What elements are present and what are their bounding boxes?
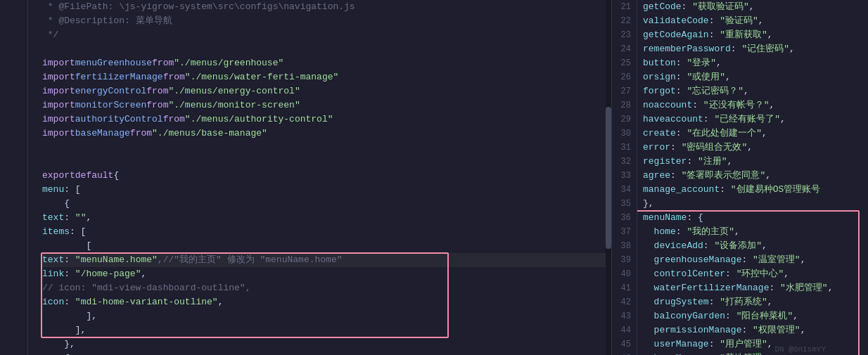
left-line-24: }, [42,337,606,351]
right-line-35: 💡}, [643,197,862,211]
right-ln-39: 39 [618,253,631,267]
right-ln-34: 34 [618,183,631,197]
right-ln-25: 25 [618,56,631,70]
right-line-27: forgot: "忘记密码？", [643,84,862,98]
right-line-36: menuName: { [643,211,862,225]
left-line-22: ], [42,309,606,323]
left-line-1: * @Description: 菜单导航 [42,14,606,28]
right-ln-26: 26 [618,70,631,84]
left-line-13: menu: [ [42,183,606,197]
right-line-numbers: 2122232425262728293031323334353637383940… [612,0,637,355]
right-ln-36: 36 [618,211,631,225]
left-line-8: import authorityControl from "./menus/au… [42,112,606,127]
right-ln-32: 32 [618,155,631,169]
right-line-42: drugSystem: "打药系统", [643,295,862,309]
right-ln-28: 28 [618,98,631,112]
left-line-19: link: "/home-page", [42,267,606,281]
left-editor: * @FilePath: \js-yigrow-system\src\confi… [0,0,612,355]
right-line-34: manage_account: "创建易种OS管理账号 [643,183,862,197]
right-line-26: orsign: "或使用", [643,70,862,84]
left-code-content: * @FilePath: \js-yigrow-system\src\confi… [28,0,611,355]
right-ln-23: 23 [618,28,631,42]
right-line-32: register: "注册", [643,155,862,169]
left-line-15: text: "", [42,211,606,225]
right-line-40: controlCenter: "环控中心", [643,267,862,281]
right-line-24: rememberPassword: "记住密码", [643,42,862,56]
left-line-7: import monitorScreen from "./menus/monit… [42,98,606,112]
right-ln-37: 37 [618,225,631,239]
left-line-18: text: "menuName.home",//"我的主页" 修改为 "menu… [42,253,606,267]
scrollbar-track[interactable] [606,0,611,355]
bulb-icon[interactable]: 💡 [637,197,639,211]
left-line-5: import fertilizerManage from "./menus/wa… [42,70,606,84]
right-editor: 2122232425262728293031323334353637383940… [612,0,868,355]
right-line-25: button: "登录", [643,56,862,70]
left-line-14: { [42,197,606,211]
right-ln-22: 22 [618,14,631,28]
left-line-20: // icon: "mdi-view-dashboard-outline", [42,281,606,295]
right-ln-33: 33 [618,169,631,183]
left-line-6: import energyControl from "./menus/energ… [42,84,606,98]
right-line-45: userManage: "用户管理", [643,337,862,351]
right-line-44: permissionManage: "权限管理", [643,323,862,337]
left-line-numbers [0,0,28,355]
right-ln-24: 24 [618,42,631,56]
right-ln-30: 30 [618,127,631,141]
right-line-46: baseManage: "基地管理 [643,351,862,355]
right-line-29: haveaccount: "已经有账号了", [643,112,862,127]
right-line-37: home: "我的主页", [643,225,862,239]
right-ln-46: 46 [618,351,631,355]
right-line-28: noaccount: "还没有帐号？", [643,98,862,112]
left-line-21: icon: "mdi-home-variant-outline", [42,295,606,309]
right-line-30: create: "在此处创建一个", [643,127,862,141]
right-ln-27: 27 [618,84,631,98]
left-line-25: { [42,351,606,355]
right-ln-38: 38 [618,239,631,253]
right-ln-43: 43 [618,309,631,323]
left-line-17: [ [42,239,606,253]
left-line-4: import menuGreenhouse from "./menus/gree… [42,56,606,70]
right-ln-29: 29 [618,112,631,127]
right-ln-45: 45 [618,337,631,351]
right-line-22: validateCode: "验证码", [643,14,862,28]
left-line-9: import baseManage from "./menus/base-man… [42,127,606,141]
right-line-38: deviceAdd: "设备添加", [643,239,862,253]
right-line-31: error: "密码组合无效", [643,141,862,155]
right-line-43: balconyGarden: "阳台种菜机", [643,309,862,323]
right-ln-35: 35 [618,197,631,211]
right-line-41: waterFertilizerManage: "水肥管理", [643,281,862,295]
right-ln-31: 31 [618,141,631,155]
right-line-21: getCode: "获取验证码", [643,0,862,14]
right-ln-41: 41 [618,281,631,295]
right-ln-21: 21 [618,0,631,14]
left-line-3 [42,42,606,56]
scrollbar-thumb[interactable] [606,107,611,249]
watermark: DN @OnismYY [774,345,826,354]
left-line-23: ], [42,323,606,337]
right-line-39: greenhouseManage: "温室管理", [643,253,862,267]
left-line-11 [42,155,606,169]
left-line-10 [42,141,606,155]
right-ln-40: 40 [618,267,631,281]
left-line-2: */ [42,28,606,42]
left-line-0: * @FilePath: \js-yigrow-system\src\confi… [42,0,606,14]
right-ln-42: 42 [618,295,631,309]
right-line-33: agree: "签署即表示您同意", [643,169,862,183]
left-line-12: export default { [42,169,606,183]
right-ln-44: 44 [618,323,631,337]
right-line-23: getCodeAgain: "重新获取", [643,28,862,42]
left-line-16: items: [ [42,225,606,239]
right-code-content: getCode: "获取验证码",validateCode: "验证码",get… [637,0,868,355]
